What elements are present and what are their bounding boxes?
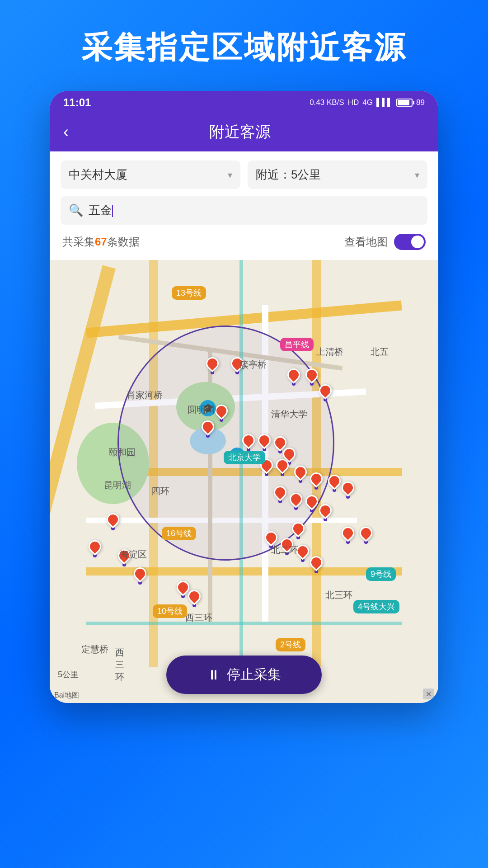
distance-dropdown[interactable]: 附近：5公里 ▾ xyxy=(248,160,427,189)
pin-1 xyxy=(206,357,219,374)
status-hd: HD xyxy=(348,98,359,107)
status-speed: 0.43 KB/S xyxy=(310,98,344,107)
stop-label: 停止采集 xyxy=(227,665,281,684)
search-input[interactable]: 五金 xyxy=(89,203,419,218)
map-label-changping: 昌平线 xyxy=(280,338,314,351)
status-signal: 4G xyxy=(362,98,373,107)
signal-bars-icon: ▌▌▌ xyxy=(376,98,393,107)
close-icon[interactable]: ✕ xyxy=(423,689,434,699)
dropdowns-row: 中关村大厦 ▾ 附近：5公里 ▾ xyxy=(61,160,427,189)
map-label-9line: 9号线 xyxy=(366,567,396,581)
location-dropdown-value: 中关村大厦 xyxy=(69,167,127,183)
map-label-shangqing: 上清桥 xyxy=(316,346,343,358)
map-label-10line: 10号线 xyxy=(153,604,187,618)
pin-27 xyxy=(342,527,354,544)
pin-4 xyxy=(305,368,318,386)
pin-9 xyxy=(258,434,271,451)
map-label-beida: 北京大学 xyxy=(224,451,265,464)
map-label-bei2huan: 北二环 xyxy=(271,544,298,556)
map-label-dinghui: 定慧桥 xyxy=(81,643,108,656)
map-label-beiwu: 北五 xyxy=(371,346,389,358)
map-label-16line: 16号线 xyxy=(162,527,196,540)
battery-level: 89 xyxy=(416,98,425,107)
map-label-2line: 2号线 xyxy=(276,638,305,651)
stats-prefix: 共采集 xyxy=(62,236,95,248)
map-label-13line: 13号线 xyxy=(172,286,206,300)
search-row: 🔍 五金 xyxy=(61,196,427,225)
pin-25 xyxy=(296,545,309,562)
map-label-xiao: 肖家河桥 xyxy=(127,389,163,401)
baidu-text: Bai地图 xyxy=(54,691,79,699)
map-view-label: 查看地图 xyxy=(344,235,388,249)
road-teal-2 xyxy=(86,622,402,625)
baidu-logo: Bai地图 xyxy=(54,691,79,700)
map-view-toggle[interactable] xyxy=(394,234,426,250)
pin-6 xyxy=(215,405,228,422)
controls-area: 中关村大厦 ▾ 附近：5公里 ▾ 🔍 五金 共采集67条数据 查看地图 xyxy=(50,151,438,260)
pin-30 xyxy=(89,540,101,557)
pin-19 xyxy=(290,493,302,510)
page-title: 采集指定区域附近客源 xyxy=(81,27,407,68)
map-label-yuanming: 圆明园 xyxy=(188,404,215,416)
status-icons: 0.43 KB/S HD 4G ▌▌▌ 89 xyxy=(310,98,425,107)
phone-frame: 11:01 0.43 KB/S HD 4G ▌▌▌ 89 ‹ 附近客源 中关村大… xyxy=(50,91,438,703)
pin-14 xyxy=(294,466,307,483)
status-bar: 11:01 0.43 KB/S HD 4G ▌▌▌ 89 xyxy=(50,91,438,114)
search-icon: 🔍 xyxy=(69,203,83,217)
back-button[interactable]: ‹ xyxy=(63,123,69,142)
pin-8 xyxy=(242,434,255,451)
map-label-yiheyuan: 颐和园 xyxy=(108,446,136,458)
pin-21 xyxy=(319,504,332,521)
location-dropdown[interactable]: 中关村大厦 ▾ xyxy=(61,160,240,189)
map-label-bei3huan: 北三环 xyxy=(325,589,352,601)
map-label-kunming: 昆明湖 xyxy=(104,479,131,491)
pin-15 xyxy=(310,472,323,490)
pin-32 xyxy=(134,567,146,585)
pin-34 xyxy=(188,590,201,607)
pause-icon: ⏸ xyxy=(207,667,221,683)
pin-16 xyxy=(328,475,341,492)
pin-22 xyxy=(292,522,305,539)
pin-29 xyxy=(107,513,119,530)
map-label-xisanhuan: 西三环 xyxy=(115,646,124,683)
chevron-down-icon: ▾ xyxy=(228,170,232,180)
search-value: 五金 xyxy=(89,203,112,217)
nav-title: 附近客源 xyxy=(78,122,402,142)
pin-28 xyxy=(360,527,372,544)
pin-26 xyxy=(310,556,323,573)
nav-bar: ‹ 附近客源 xyxy=(50,114,438,151)
pin-5 xyxy=(319,384,332,401)
stop-collect-button[interactable]: ⏸ 停止采集 xyxy=(166,656,322,694)
distance-dropdown-value: 附近：5公里 xyxy=(256,167,321,183)
map-label-xi3huan: 西三环 xyxy=(185,612,212,624)
pin-18 xyxy=(274,486,286,503)
map-label-jianqiao: 簇亭桥 xyxy=(239,359,267,371)
pin-13 xyxy=(276,459,289,476)
stats-row: 共采集67条数据 查看地图 xyxy=(61,231,427,253)
map-label-5km: 5公里 xyxy=(58,669,79,680)
stats-count: 67 xyxy=(95,236,107,248)
status-time: 11:01 xyxy=(63,96,91,109)
chevron-down-icon: ▾ xyxy=(415,170,419,180)
stats-text: 共采集67条数据 xyxy=(62,235,140,249)
map-toggle-row: 查看地图 xyxy=(344,234,426,250)
map-label-sihuan: 四环 xyxy=(151,485,169,497)
map-label-qinghua: 清华大学 xyxy=(271,408,307,420)
stats-suffix: 条数据 xyxy=(107,236,140,248)
pin-3 xyxy=(287,368,300,386)
battery-icon xyxy=(396,99,413,107)
pin-20 xyxy=(305,495,318,512)
pin-17 xyxy=(342,481,354,499)
map-area: 🎓 🎓 13号线 昌平线 上清桥 北五 簇亭桥 肖家河桥 圆明园 清华大学 颐和… xyxy=(50,260,438,703)
map-label-haidian: 海淀区 xyxy=(120,548,147,561)
map-label-4line: 4号线大兴 xyxy=(353,600,399,613)
pin-7 xyxy=(202,420,214,438)
